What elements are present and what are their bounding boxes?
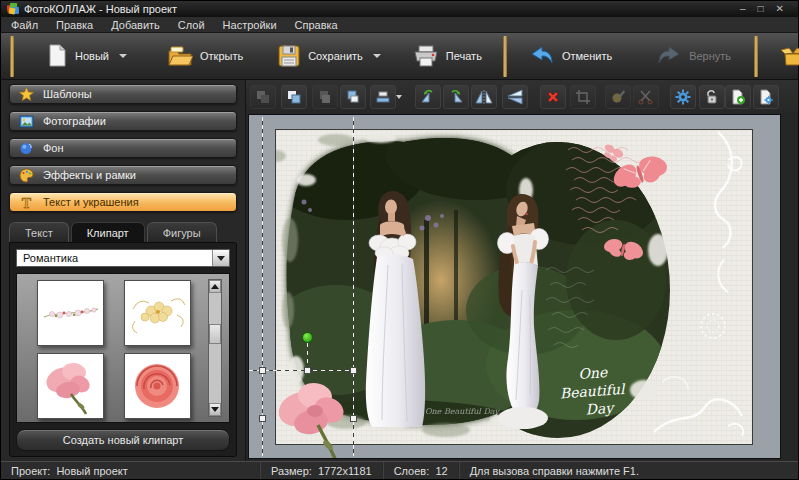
tab-clipart[interactable]: Клипарт xyxy=(71,222,145,242)
collage-watermark-text: One Beautiful Day xyxy=(425,407,501,416)
save-dropdown-arrow-icon[interactable] xyxy=(373,54,381,58)
add-page-button[interactable] xyxy=(725,85,751,109)
rotate-right-button[interactable] xyxy=(443,85,469,109)
menu-edit[interactable]: Правка xyxy=(56,19,93,31)
tab-shapes[interactable]: Фигуры xyxy=(147,222,217,242)
selected-flower-clipart[interactable] xyxy=(277,377,355,459)
tab-text[interactable]: Текст xyxy=(9,222,69,242)
status-project: Проект: Новый проект xyxy=(1,465,259,477)
selection-rotate-line xyxy=(307,343,308,370)
scrollbar-thumb[interactable] xyxy=(209,324,221,344)
gift-box-icon xyxy=(780,45,799,67)
undo-arrow-icon xyxy=(529,45,555,67)
window-title: ФотоКОЛЛАЖ - Новый проект xyxy=(24,3,177,15)
dropdown-arrow-button[interactable] xyxy=(212,250,229,266)
programs-button[interactable]: Программы xyxy=(771,41,799,71)
clipart-list xyxy=(16,273,230,423)
menu-file[interactable]: Файл xyxy=(11,19,38,31)
left-panel: Шаблоны Фотографии Фон Эффекты и рамки xyxy=(1,80,246,461)
palette-icon xyxy=(19,168,34,183)
move-layer-down-button[interactable] xyxy=(312,85,338,109)
rotate-left-button[interactable] xyxy=(415,85,441,109)
workspace[interactable]: One Beautiful Day One Beautiful Day xyxy=(248,114,781,459)
effects-brush-icon xyxy=(610,89,626,105)
print-button[interactable]: Печать xyxy=(404,41,491,71)
unlock-icon xyxy=(704,89,720,105)
selection-handle-top-center[interactable] xyxy=(304,367,311,374)
duplicate-layer-icon xyxy=(345,89,361,105)
clipart-scrollbar[interactable] xyxy=(208,279,222,417)
close-button[interactable]: ✕ xyxy=(776,4,784,14)
flip-vertical-button[interactable] xyxy=(502,85,528,109)
clipart-thumb-pink-peony[interactable] xyxy=(37,353,104,419)
lock-button[interactable] xyxy=(699,85,725,109)
sidebar-item-templates[interactable]: Шаблоны xyxy=(9,84,237,104)
menu-help[interactable]: Справка xyxy=(295,19,338,31)
flip-vertical-icon xyxy=(506,89,524,105)
chevron-down-icon xyxy=(396,95,402,99)
add-page-icon xyxy=(730,89,746,105)
status-size: Размер: 1772x1181 xyxy=(261,465,382,477)
workspace-wrap: One Beautiful Day One Beautiful Day xyxy=(246,113,798,461)
scroll-up-icon[interactable] xyxy=(209,280,221,293)
selection-handle-top-left[interactable] xyxy=(259,367,266,374)
create-clipart-button[interactable]: Создать новый клипарт xyxy=(16,429,230,451)
svg-text:T: T xyxy=(22,195,32,210)
sidebar-item-photos[interactable]: Фотографии xyxy=(9,111,237,131)
menu-bar: Файл Правка Добавить Слой Настройки Спра… xyxy=(1,17,798,33)
settings-button[interactable] xyxy=(670,85,696,109)
save-button[interactable]: Сохранить xyxy=(268,40,390,72)
scroll-down-icon[interactable] xyxy=(209,403,221,416)
send-to-back-button[interactable] xyxy=(250,85,276,109)
clipart-thumb-floral-garland[interactable] xyxy=(37,280,104,346)
align-dropdown-button[interactable] xyxy=(396,85,402,109)
effects-button[interactable] xyxy=(605,85,631,109)
svg-text:One: One xyxy=(578,364,609,382)
selection-handle-middle-left[interactable] xyxy=(259,415,266,422)
status-help: Для вызова справки нажмите F1. xyxy=(460,465,649,477)
page-settings-button[interactable] xyxy=(753,85,779,109)
sidebar-tabs: Текст Клипарт Фигуры xyxy=(9,222,237,242)
selection-handle-middle-right[interactable] xyxy=(350,415,357,422)
maximize-button[interactable]: □ xyxy=(758,4,764,14)
delete-x-icon xyxy=(545,89,561,105)
chevron-down-icon xyxy=(217,256,225,261)
selection-guide-left xyxy=(262,117,263,456)
send-to-back-icon xyxy=(255,89,271,105)
crop-icon xyxy=(575,89,591,105)
sidebar-item-background[interactable]: Фон xyxy=(9,138,237,158)
flip-horizontal-button[interactable] xyxy=(471,85,497,109)
new-dropdown-arrow-icon[interactable] xyxy=(119,54,127,58)
menu-add[interactable]: Добавить xyxy=(111,19,160,31)
align-button[interactable] xyxy=(370,85,396,109)
duplicate-layer-button[interactable] xyxy=(340,85,366,109)
scissors-icon xyxy=(638,89,654,105)
clipart-thumb-coral-rose[interactable] xyxy=(124,353,191,419)
open-folder-icon xyxy=(167,45,193,67)
floppy-disk-icon xyxy=(277,44,301,68)
sidebar-item-text-decorations[interactable]: T Текст и украшения xyxy=(9,192,237,212)
open-button[interactable]: Открыть xyxy=(158,41,252,71)
selection-guide-right xyxy=(353,117,354,456)
sidebar-item-effects[interactable]: Эффекты и рамки xyxy=(9,165,237,185)
rotate-left-icon xyxy=(419,89,437,105)
clipart-thumb-golden-flowers[interactable] xyxy=(124,280,191,346)
rotate-right-icon xyxy=(447,89,465,105)
clipart-category-select[interactable]: Романтика xyxy=(16,249,230,267)
menu-settings[interactable]: Настройки xyxy=(223,19,277,31)
crop-button[interactable] xyxy=(570,85,596,109)
redo-button[interactable]: Вернуть xyxy=(647,41,740,71)
selection-handle-top-right[interactable] xyxy=(350,367,357,374)
status-bar: Проект: Новый проект Размер: 1772x1181 С… xyxy=(1,461,798,479)
minimize-button[interactable]: – xyxy=(740,4,746,14)
clipart-category-value: Романтика xyxy=(17,250,212,266)
undo-button[interactable]: Отменить xyxy=(520,41,621,71)
new-button[interactable]: Новый xyxy=(37,40,136,72)
toolbar-separator xyxy=(503,36,507,77)
delete-object-button[interactable] xyxy=(540,85,566,109)
menu-layer[interactable]: Слой xyxy=(178,19,205,31)
selection-rotate-handle[interactable] xyxy=(302,332,313,343)
bring-to-front-button[interactable] xyxy=(281,85,307,109)
cut-button[interactable] xyxy=(633,85,659,109)
toolbar-separator xyxy=(754,36,758,77)
